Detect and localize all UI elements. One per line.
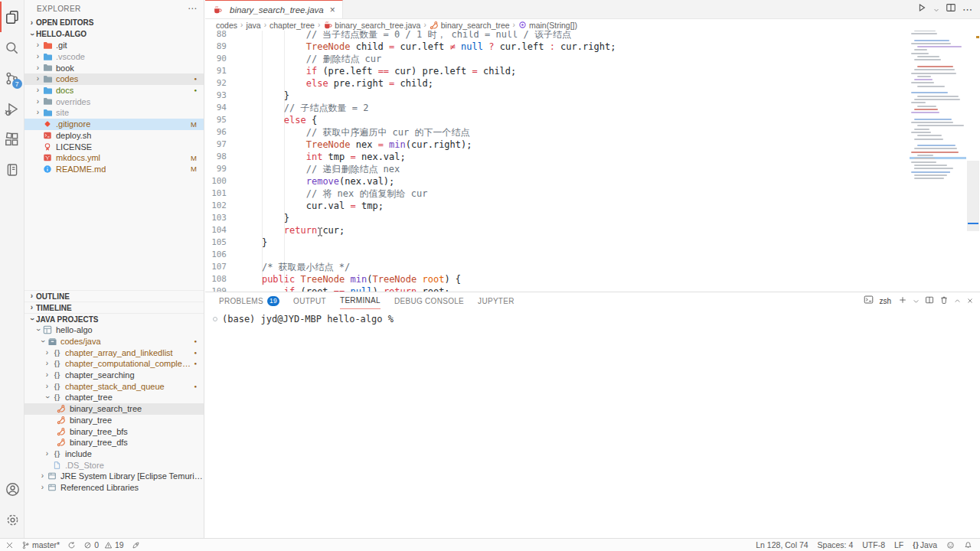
activity-extensions-icon[interactable] (0, 124, 24, 155)
explorer-item-book[interactable]: ›book (24, 62, 204, 73)
panel-tab-output[interactable]: OUTPUT (293, 292, 326, 309)
java-projects-item-referenced-libraries[interactable]: ›Referenced Libraries (24, 482, 204, 494)
code-line-91[interactable]: 91 if (pre.left == cur) pre.left = child… (205, 65, 980, 77)
explorer-item-vscode[interactable]: ›.vscode (24, 51, 204, 63)
explorer-item-overrides[interactable]: ›overrides (24, 96, 204, 107)
terminal-prompt[interactable]: (base) jyd@JYD-MBP hello-algo % (213, 314, 394, 324)
shell-label[interactable]: zsh (879, 297, 891, 305)
run-dropdown-chevron-icon[interactable] (933, 2, 939, 16)
explorer-item-codes[interactable]: ›codes● (24, 73, 204, 85)
code-line-105[interactable]: 105 } (205, 236, 980, 249)
code-line-97[interactable]: 97 TreeNode nex = min(cur.right); (205, 139, 980, 151)
breadcrumb-item[interactable]: java (246, 21, 260, 30)
code-line-108[interactable]: 108 public TreeNode min(TreeNode root) { (205, 273, 980, 285)
java-projects-item-chapter-array-and-linkedlist[interactable]: ›{ }chapter_array_and_linkedlist● (24, 347, 204, 358)
status-indentation[interactable]: Spaces: 4 (818, 540, 854, 549)
notifications-bell-icon[interactable] (964, 541, 972, 549)
explorer-item-site[interactable]: ›site (24, 107, 204, 119)
code-line-109[interactable]: 109 if (root == null) return root; (205, 285, 980, 292)
code-line-98[interactable]: 98 int tmp = nex.val; (205, 151, 980, 163)
explorer-item-docs[interactable]: ›docs● (24, 85, 204, 96)
status-problems[interactable]: 0 19 (83, 540, 124, 549)
java-projects-item-ds-store[interactable]: .DS_Store (24, 459, 204, 471)
feedback-icon[interactable] (946, 541, 955, 549)
explorer-item-license[interactable]: LICENSE (24, 141, 204, 152)
terminal-dropdown-chevron-icon[interactable] (913, 294, 920, 308)
java-projects-item-chapter-stack-and-queue[interactable]: ›{ }chapter_stack_and_queue● (24, 380, 204, 392)
java-projects-item-binary-tree-dfs[interactable]: binary_tree_dfs (24, 437, 204, 448)
workspace-root-header[interactable]: › HELLO-ALGO (24, 28, 204, 40)
status-language[interactable]: { } Java (913, 540, 937, 549)
overview-ruler[interactable] (966, 19, 980, 292)
run-button[interactable] (916, 2, 927, 16)
breadcrumb-item[interactable]: main(String[]) (518, 21, 577, 30)
code-line-96[interactable]: 96 // 获取中序遍历中 cur 的下一个结点 (205, 126, 980, 139)
remote-indicator-icon[interactable] (5, 541, 14, 549)
activity-source-control-icon[interactable]: 7 (0, 63, 24, 93)
more-actions-icon[interactable]: ⋯ (188, 3, 198, 14)
code-line-89[interactable]: 89 TreeNode child = cur.left ≠ null ? cu… (205, 41, 980, 53)
scrollbar-thumb[interactable] (967, 161, 979, 231)
maximize-panel-icon[interactable] (954, 294, 961, 308)
java-projects-item-hello-algo[interactable]: ›hello-algo (24, 324, 204, 336)
java-projects-item-binary-tree[interactable]: binary_tree (24, 415, 204, 426)
explorer-item-gitignore[interactable]: .gitignoreM (24, 119, 204, 130)
activity-account-icon[interactable] (0, 474, 24, 504)
status-eol[interactable]: LF (894, 540, 903, 549)
sync-icon[interactable] (67, 541, 76, 549)
panel-tab-debug-console[interactable]: DEBUG CONSOLE (394, 292, 464, 309)
code-line-94[interactable]: 94 // 子结点数量 = 2 (205, 102, 980, 114)
code-line-101[interactable]: 101 // 将 nex 的值复制给 cur (205, 187, 980, 200)
panel-tab-terminal[interactable]: TERMINAL (340, 292, 381, 309)
java-projects-item-jre-system-library-eclipse-temurin-17-17[interactable]: ›JRE System Library [Eclipse Temurin 17 … (24, 471, 204, 482)
close-tab-icon[interactable]: × (330, 5, 335, 15)
kill-terminal-icon[interactable] (939, 294, 949, 308)
java-projects-header[interactable]: › JAVA PROJECTS (24, 313, 204, 324)
code-line-90[interactable]: 90 // 删除结点 cur (205, 53, 980, 65)
outline-header[interactable]: › OUTLINE (24, 290, 204, 302)
code-line-103[interactable]: 103 } (205, 212, 980, 224)
new-terminal-icon[interactable] (898, 294, 907, 308)
breadcrumb-item[interactable]: binary_search_tree (430, 21, 510, 30)
java-projects-item-binary-tree-bfs[interactable]: binary_tree_bfs (24, 425, 204, 437)
java-projects-item-chapter-tree[interactable]: ›{ }chapter_tree (24, 392, 204, 403)
explorer-item-deploy-sh[interactable]: deploy.sh (24, 130, 204, 142)
code-line-100[interactable]: 100 remove(nex.val); (205, 175, 980, 187)
code-line-106[interactable]: 106 (205, 249, 980, 261)
code-line-107[interactable]: 107 /* 获取最小结点 */ (205, 261, 980, 273)
java-projects-item-chapter-computational-complexity[interactable]: ›{ }chapter_computational_complexity● (24, 358, 204, 370)
launch-terminal-icon[interactable] (864, 294, 874, 308)
code-line-92[interactable]: 92 else pre.right = child; (205, 77, 980, 90)
code-line-93[interactable]: 93 } (205, 90, 980, 102)
activity-run-debug-icon[interactable] (0, 93, 24, 124)
activity-search-icon[interactable] (0, 32, 24, 63)
status-branch[interactable]: master* (21, 540, 60, 549)
code-line-102[interactable]: 102 cur.val = tmp; (205, 200, 980, 212)
close-panel-icon[interactable] (966, 294, 974, 308)
more-actions-icon[interactable]: ⋯ (962, 4, 972, 15)
status-line-col[interactable]: Ln 128, Col 74 (756, 540, 808, 549)
status-encoding[interactable]: UTF-8 (862, 540, 885, 549)
panel-tab-jupyter[interactable]: JUPYTER (478, 292, 514, 309)
timeline-header[interactable]: › TIMELINE (24, 302, 204, 313)
tab-binary-search-tree[interactable]: binary_search_tree.java × (205, 0, 343, 18)
split-editor-icon[interactable] (946, 2, 956, 16)
rocket-icon[interactable] (132, 541, 140, 549)
code-line-95[interactable]: 95 else { (205, 114, 980, 126)
java-projects-item-include[interactable]: ›{ }include (24, 448, 204, 460)
explorer-item-git[interactable]: ›.git (24, 40, 204, 51)
java-projects-item-codes-java[interactable]: ›codes/java● (24, 336, 204, 347)
java-projects-item-chapter-searching[interactable]: ›{ }chapter_searching (24, 370, 204, 381)
java-projects-item-binary-search-tree[interactable]: binary_search_tree (24, 403, 204, 415)
activity-explorer-icon[interactable] (0, 2, 24, 32)
code-editor[interactable]: 88 // 当子结点数量 = 0 / 1 时， child = null / 该… (205, 19, 980, 292)
open-editors-header[interactable]: › OPEN EDITORS (24, 17, 204, 28)
split-terminal-icon[interactable] (925, 294, 934, 308)
breadcrumb-item[interactable]: binary_search_tree.java (323, 21, 420, 30)
activity-notebook-icon[interactable] (0, 155, 24, 185)
minimap[interactable] (910, 19, 966, 292)
activity-settings-icon[interactable] (0, 504, 24, 535)
breadcrumb-item[interactable]: chapter_tree (270, 21, 315, 30)
code-line-99[interactable]: 99 // 递归删除结点 nex (205, 163, 980, 175)
panel-tab-problems[interactable]: PROBLEMS19 (219, 292, 279, 309)
